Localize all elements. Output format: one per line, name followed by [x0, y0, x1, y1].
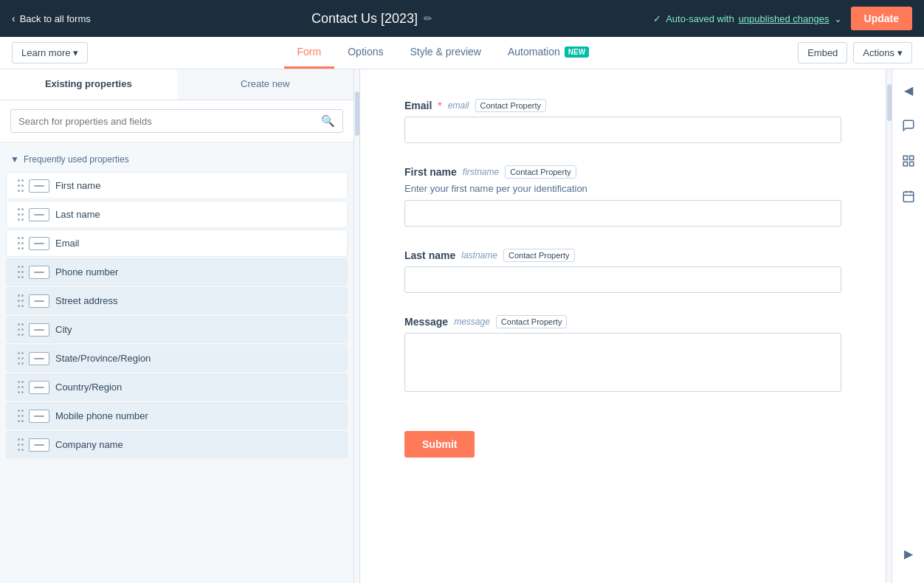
- search-icon: 🔍: [321, 114, 335, 128]
- field-label-row: Last name lastname Contact Property: [404, 249, 841, 262]
- back-button[interactable]: ‹ Back to all forms: [12, 13, 91, 24]
- search-input[interactable]: [18, 116, 315, 127]
- svg-rect-3: [909, 162, 913, 166]
- tab-options[interactable]: Options: [334, 37, 396, 69]
- learn-more-button[interactable]: Learn more ▾: [12, 42, 88, 63]
- list-item[interactable]: Company name: [6, 431, 348, 458]
- drag-handle-icon: [17, 322, 23, 337]
- embed-label: Embed: [807, 47, 838, 58]
- firstname-slug: firstname: [463, 167, 499, 177]
- form-canvas: Email * email Contact Property First nam…: [360, 69, 886, 583]
- property-name: First name: [55, 180, 100, 191]
- form-field-message: Message message Contact Property: [404, 315, 841, 394]
- list-item[interactable]: First name: [6, 172, 348, 199]
- submit-button[interactable]: Submit: [404, 431, 475, 458]
- list-item[interactable]: Email: [6, 230, 348, 257]
- scrollbar-thumb-right[interactable]: [887, 84, 892, 121]
- main-layout: Existing properties Create new 🔍 ▼ Frequ…: [0, 69, 924, 583]
- properties-list: ▼ Frequently used properties First name: [0, 142, 354, 583]
- form-field-email: Email * email Contact Property: [404, 99, 841, 143]
- field-icon: [29, 438, 49, 452]
- grid-view-icon[interactable]: [897, 149, 920, 173]
- form-title: Contact Us [2023]: [311, 11, 418, 27]
- field-icon: [29, 294, 49, 308]
- message-slug: message: [454, 317, 490, 327]
- form-field-lastname: Last name lastname Contact Property: [404, 249, 841, 293]
- property-name: Country/Region: [55, 382, 122, 393]
- actions-label: Actions: [863, 47, 894, 58]
- message-textarea[interactable]: [404, 333, 841, 392]
- list-item[interactable]: City: [6, 316, 348, 343]
- nav-right: Embed Actions ▾: [798, 42, 912, 63]
- drag-handle-icon: [17, 380, 23, 394]
- left-panel: Existing properties Create new 🔍 ▼ Frequ…: [0, 69, 354, 583]
- list-item[interactable]: Street address: [6, 287, 348, 314]
- email-input[interactable]: [404, 117, 841, 143]
- chevron-down-icon: ▾: [73, 47, 78, 58]
- property-name: City: [55, 324, 72, 335]
- tab-create-new[interactable]: Create new: [177, 69, 354, 100]
- nav-bar: Learn more ▾ Form Options Style & previe…: [0, 37, 924, 69]
- form-field-firstname: First name firstname Contact Property En…: [404, 165, 841, 227]
- firstname-label: First name: [404, 166, 457, 178]
- edit-icon[interactable]: ✏: [424, 13, 432, 24]
- field-label-row: Email * email Contact Property: [404, 99, 841, 112]
- list-item[interactable]: Mobile phone number: [6, 402, 348, 430]
- section-label: Frequently used properties: [24, 154, 129, 165]
- required-marker: *: [438, 100, 441, 111]
- collapse-panel-icon[interactable]: ◀: [897, 78, 920, 102]
- embed-button[interactable]: Embed: [798, 42, 847, 63]
- scrollbar-thumb[interactable]: [355, 92, 359, 136]
- field-label-row: First name firstname Contact Property: [404, 165, 841, 179]
- list-item[interactable]: Country/Region: [6, 373, 348, 401]
- drag-handle-icon: [17, 294, 23, 308]
- nav-left: Learn more ▾: [12, 42, 88, 63]
- left-scrollbar: [354, 69, 360, 583]
- checkmark-icon: ✓: [653, 13, 661, 24]
- drag-handle-icon: [17, 351, 23, 365]
- panel-tab-switcher: Existing properties Create new: [0, 69, 354, 100]
- unpublished-changes-link[interactable]: unpublished changes: [739, 13, 830, 24]
- svg-rect-1: [909, 156, 913, 159]
- comment-icon[interactable]: [897, 114, 920, 137]
- chevron-down-icon: ⌄: [834, 13, 842, 24]
- email-slug: email: [448, 100, 469, 111]
- top-bar: ‹ Back to all forms Contact Us [2023] ✏ …: [0, 0, 924, 37]
- svg-rect-4: [903, 192, 914, 202]
- back-label: Back to all forms: [20, 13, 91, 24]
- field-icon: [29, 352, 49, 365]
- field-icon: [29, 323, 49, 337]
- drag-handle-icon: [17, 179, 23, 193]
- field-icon: [29, 208, 49, 221]
- chevron-down-icon: ▾: [897, 47, 903, 58]
- update-button[interactable]: Update: [851, 7, 912, 30]
- property-name: Mobile phone number: [55, 410, 148, 421]
- tab-automation[interactable]: Automation NEW: [494, 37, 602, 69]
- property-name: Last name: [55, 209, 100, 220]
- learn-more-label: Learn more: [21, 47, 70, 58]
- right-sidebar: ◀ ▶: [892, 69, 924, 583]
- drag-handle-icon: [17, 236, 23, 250]
- field-icon: [29, 179, 49, 193]
- drag-handle-icon: [17, 438, 23, 452]
- drag-handle-icon: [17, 409, 23, 423]
- lastname-input[interactable]: [404, 266, 841, 293]
- autosave-text: Auto-saved with: [666, 13, 734, 24]
- collapse-icon[interactable]: ▼: [10, 154, 19, 165]
- firstname-input[interactable]: [404, 200, 841, 227]
- lastname-label: Last name: [404, 249, 455, 261]
- list-item[interactable]: Phone number: [6, 258, 348, 286]
- expand-panel-icon[interactable]: ▶: [897, 542, 920, 565]
- tab-style-preview[interactable]: Style & preview: [396, 37, 494, 69]
- tab-existing-properties[interactable]: Existing properties: [0, 69, 177, 100]
- field-label-row: Message message Contact Property: [404, 315, 841, 328]
- tab-form[interactable]: Form: [284, 37, 335, 69]
- lastname-slug: lastname: [461, 250, 497, 261]
- calendar-icon[interactable]: [897, 184, 920, 208]
- actions-button[interactable]: Actions ▾: [853, 42, 912, 63]
- drag-handle-icon: [17, 265, 23, 279]
- field-icon: [29, 381, 49, 394]
- list-item[interactable]: Last name: [6, 201, 348, 228]
- property-name: Phone number: [55, 266, 118, 277]
- list-item[interactable]: State/Province/Region: [6, 345, 348, 372]
